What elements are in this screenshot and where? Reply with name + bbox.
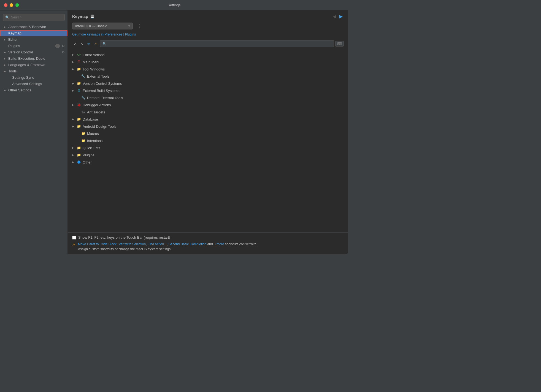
- touch-bar-checkbox[interactable]: [72, 236, 76, 239]
- keyboard-shortcut-button[interactable]: ⌨: [335, 41, 344, 47]
- warning-button[interactable]: ⚠: [93, 41, 99, 47]
- more-options-button[interactable]: ⋮: [136, 22, 144, 29]
- sidebar-item-label: Keymap: [8, 31, 65, 35]
- sidebar-item-label: Appearance & Behavior: [8, 25, 65, 29]
- sidebar-search-input[interactable]: [11, 15, 62, 19]
- chevron-icon: ▶: [4, 89, 7, 92]
- tree-item-plugins[interactable]: ▶ 📁 Plugins: [68, 151, 348, 159]
- sidebar-item-appearance[interactable]: ▶ Appearance & Behavior: [0, 24, 67, 30]
- sidebar-item-languages[interactable]: ▶ Languages & Framewo: [0, 62, 67, 68]
- tree-item-label: Tool Windows: [83, 67, 105, 71]
- conflict-link-3[interactable]: Second Basic Completion: [169, 242, 206, 246]
- chevron-icon: ▶: [72, 61, 75, 63]
- vc-settings-icon: ⚙: [62, 50, 65, 54]
- chevron-icon: ▶: [4, 57, 7, 60]
- keymap-search-box[interactable]: 🔍: [100, 40, 334, 47]
- forward-arrow-button[interactable]: ▶: [338, 13, 344, 20]
- tree-item-android-design[interactable]: ▶ 📁 Android Design Tools: [68, 123, 348, 130]
- tree-item-remote-external-tools[interactable]: 🔧 Remote External Tools: [68, 94, 348, 101]
- sidebar-item-label: Languages & Framewo: [8, 63, 65, 67]
- keymap-dropdown-wrapper[interactable]: IntelliJ IDEA Classic Eclipse NetBeans V…: [72, 23, 133, 29]
- sidebar-item-label: Plugins: [8, 44, 53, 48]
- folder-icon: 📁: [77, 146, 81, 150]
- sidebar-item-advanced-settings[interactable]: Advanced Settings: [0, 81, 67, 87]
- plugins-settings-icon: ⚙: [62, 44, 65, 48]
- chevron-icon: ▶: [4, 38, 7, 41]
- sidebar-item-build[interactable]: ▶ Build, Execution, Deplo: [0, 55, 67, 62]
- keymap-dropdown[interactable]: IntelliJ IDEA Classic Eclipse NetBeans V…: [72, 23, 133, 29]
- get-more-keymaps-link[interactable]: Get more keymaps in Preferences | Plugin…: [72, 32, 136, 39]
- tree-item-label: Main Menu: [83, 60, 100, 64]
- plugins-badge: 9: [55, 44, 60, 48]
- tree-item-label: Intentions: [87, 139, 102, 143]
- tree-item-database[interactable]: ▶ 📁 Database: [68, 116, 348, 123]
- tree-item-tool-windows[interactable]: ▶ 📁 Tool Windows: [68, 66, 348, 73]
- tree-item-ant[interactable]: 🐜 Ant Targets: [68, 108, 348, 116]
- tree-item-label: Plugins: [83, 153, 94, 157]
- keymap-tree: ▶ <> Editor Actions ▶ ☰ Main Menu ▶ 📁 To…: [68, 50, 348, 232]
- tool-icon: 🔧: [81, 74, 85, 78]
- conflict-link-more[interactable]: 3 more: [214, 242, 224, 246]
- chevron-icon: ▶: [72, 125, 75, 128]
- maximize-button[interactable]: [15, 3, 19, 7]
- conflict-link-1[interactable]: Move Caret to Code Block Start with Sele…: [78, 242, 146, 246]
- tree-item-external-build[interactable]: ▶ ⚙ External Build Systems: [68, 87, 348, 94]
- tree-item-main-menu[interactable]: ▶ ☰ Main Menu: [68, 58, 348, 66]
- tree-item-label: Editor Actions: [83, 53, 105, 57]
- back-arrow-button[interactable]: ◀: [332, 13, 337, 20]
- tree-item-quick-lists[interactable]: ▶ 📁 Quick Lists: [68, 144, 348, 151]
- edit-button[interactable]: ✏: [86, 41, 92, 47]
- tree-item-label: Android Design Tools: [83, 124, 117, 129]
- tree-item-label: Database: [83, 117, 98, 121]
- sidebar-item-keymap[interactable]: Keymap: [0, 30, 67, 36]
- keymap-search-input[interactable]: [107, 42, 332, 46]
- touch-bar-label: Show F1, F2, etc. keys on the Touch Bar …: [78, 235, 170, 239]
- collapse-all-icon: ⤡: [80, 42, 83, 46]
- main-layout: 🔍 ▶ Appearance & Behavior Keymap ▶ Edito…: [0, 10, 348, 254]
- chevron-icon: ▶: [4, 70, 7, 73]
- window-controls: [4, 3, 19, 7]
- folder-icon: 📁: [77, 124, 81, 129]
- tree-item-label: Ant Targets: [87, 110, 105, 114]
- close-button[interactable]: [4, 3, 7, 7]
- minimize-button[interactable]: [10, 3, 13, 7]
- tree-item-vcs[interactable]: ▶ 📁 Version Control Systems: [68, 80, 348, 87]
- sidebar-item-other-settings[interactable]: ▶ Other Settings: [0, 87, 67, 93]
- tree-item-intentions[interactable]: 📁 Intentions: [68, 137, 348, 144]
- conflict-link-2[interactable]: Find Action...: [148, 242, 167, 246]
- chevron-icon: ▶: [72, 161, 75, 164]
- sidebar-item-label: Editor: [8, 37, 65, 42]
- tree-item-macros[interactable]: 📁 Macros: [68, 130, 348, 137]
- expand-all-button[interactable]: ⤢: [72, 41, 78, 47]
- sidebar-item-editor[interactable]: ▶ Editor: [0, 36, 67, 43]
- folder-icon: 📁: [77, 67, 81, 71]
- sidebar-item-version-control[interactable]: ▶ Version Control ⚙: [0, 49, 67, 55]
- tool-icon: 🔧: [81, 96, 85, 100]
- tree-item-debugger[interactable]: ▶ 🐞 Debugger Actions: [68, 101, 348, 108]
- sidebar-item-label: Other Settings: [8, 88, 65, 92]
- collapse-all-button[interactable]: ⤡: [79, 41, 85, 47]
- sidebar-item-tools[interactable]: ▶ Tools: [0, 68, 67, 74]
- tree-item-editor-actions[interactable]: ▶ <> Editor Actions: [68, 51, 348, 58]
- other-icon: 🔷: [77, 160, 81, 164]
- tree-item-label: Macros: [87, 132, 99, 136]
- chevron-icon: ▶: [4, 51, 7, 54]
- sidebar-item-label: Build, Execution, Deplo: [8, 56, 65, 61]
- sidebar-item-plugins[interactable]: Plugins 9 ⚙: [0, 43, 67, 49]
- folder-icon: 📁: [77, 153, 81, 157]
- sidebar-search-box[interactable]: 🔍: [3, 14, 65, 21]
- sidebar-item-settings-sync[interactable]: Settings Sync: [0, 74, 67, 81]
- tree-item-label: Remote External Tools: [87, 96, 123, 100]
- sidebar-item-label: Tools: [8, 69, 65, 73]
- chevron-icon: ▶: [72, 146, 75, 149]
- conflict-text: Move Caret to Code Block Start with Sele…: [78, 242, 256, 252]
- tree-item-external-tools[interactable]: 🔧 External Tools: [68, 73, 348, 80]
- sidebar: 🔍 ▶ Appearance & Behavior Keymap ▶ Edito…: [0, 10, 68, 254]
- content-header: Keymap 💾 ◀ ▶ IntelliJ IDEA Classic Eclip…: [68, 10, 348, 50]
- sidebar-item-label: Settings Sync: [12, 75, 65, 80]
- sidebar-item-label: Version Control: [8, 50, 60, 54]
- tree-item-other[interactable]: ▶ 🔷 Other: [68, 159, 348, 166]
- tree-item-label: External Build Systems: [83, 89, 120, 93]
- chevron-icon: ▶: [72, 89, 75, 92]
- tree-item-label: Version Control Systems: [83, 81, 122, 86]
